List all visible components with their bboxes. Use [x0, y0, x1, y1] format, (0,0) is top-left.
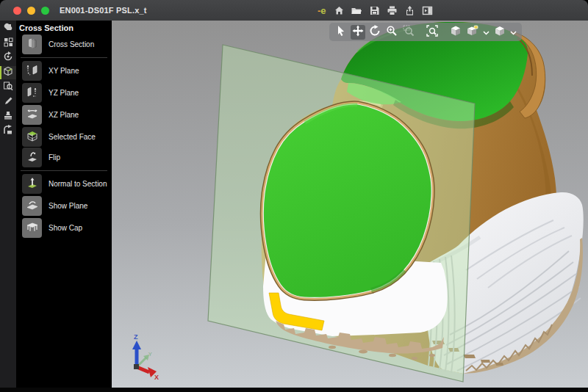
sidebar: Cross Section Cross Section XY Plane YZ …	[0, 21, 112, 388]
appearances-button[interactable]	[465, 25, 480, 40]
close-button[interactable]	[13, 7, 21, 15]
y-axis-label: Y	[148, 352, 152, 357]
panel-header: Cross Section	[19, 23, 74, 32]
appearances-cube-icon	[467, 25, 478, 40]
rotate-icon	[369, 25, 381, 40]
components-icon	[3, 22, 13, 35]
print-button[interactable]	[386, 4, 398, 17]
home-button[interactable]	[333, 4, 345, 17]
export-arrow-icon	[3, 125, 13, 138]
measure-tab[interactable]	[0, 81, 16, 94]
floppy-icon	[369, 5, 380, 16]
panel-item-normal-to-section[interactable]: Normal to Section	[22, 173, 110, 194]
chevron-down-icon	[510, 26, 517, 39]
zoom-fit-button[interactable]	[425, 25, 440, 40]
markup-tab[interactable]	[0, 95, 16, 109]
pan-icon	[352, 25, 364, 40]
rotate-arrows-icon	[3, 51, 13, 65]
viewport-toolbar	[329, 23, 522, 41]
zoom-window-tool-button[interactable]	[401, 25, 416, 40]
display-style-dropdown[interactable]	[509, 25, 517, 40]
traffic-lights	[13, 7, 49, 15]
normal-to-section-icon	[22, 174, 42, 194]
panel-divider	[21, 170, 107, 171]
window-title: EN001-DS01F PSL.x_t	[60, 6, 147, 15]
printer-icon	[387, 5, 398, 16]
appearances-dropdown[interactable]	[482, 25, 490, 40]
show-plane-icon	[22, 196, 42, 216]
flip-icon	[22, 148, 42, 167]
panel-item-cross-section[interactable]: Cross Section	[22, 34, 110, 54]
configurations-icon	[4, 37, 13, 50]
panel-item-show-cap[interactable]: Show Cap	[22, 217, 110, 238]
titlebar: EN001-DS01F PSL.x_t -e	[0, 0, 588, 21]
xy-plane-icon	[22, 61, 42, 81]
save-button[interactable]	[368, 4, 381, 17]
open-button[interactable]	[351, 4, 363, 17]
model-scene: Z Y X	[112, 21, 588, 388]
move-tab[interactable]	[0, 51, 16, 65]
edrawings-logo-icon: -e	[318, 5, 326, 16]
x-axis-label: X	[154, 374, 159, 381]
zoom-icon	[386, 25, 398, 40]
app-window: EN001-DS01F PSL.x_t -e Cross Section	[0, 0, 588, 392]
viewport[interactable]: Z Y X	[112, 21, 588, 388]
zoom-window-icon	[403, 25, 415, 40]
share-icon	[404, 5, 415, 16]
panel-divider	[21, 57, 107, 58]
chevron-down-icon	[483, 26, 490, 39]
minimize-button[interactable]	[27, 7, 35, 15]
pen-icon	[4, 95, 13, 109]
panel-item-selected-face[interactable]: Selected Face	[22, 126, 110, 147]
views-tab[interactable]	[0, 125, 16, 138]
panel-item-show-plane[interactable]: Show Plane	[22, 195, 110, 216]
panel-toggle-button[interactable]	[421, 4, 434, 17]
window-bottom-edge	[0, 388, 588, 392]
shaded-cube-icon	[450, 25, 462, 40]
stamps-tab[interactable]	[0, 110, 16, 123]
zoom-fit-icon	[426, 25, 438, 40]
measure-icon	[3, 81, 13, 94]
zoom-window-button[interactable]	[41, 7, 49, 15]
stamp-icon	[3, 110, 13, 123]
cross-section-tab[interactable]	[0, 66, 16, 79]
selected-face-icon	[22, 127, 42, 147]
axis-origin	[134, 364, 139, 369]
panel-item-xy-plane[interactable]: XY Plane	[22, 60, 110, 81]
select-tool-button[interactable]	[334, 25, 348, 40]
panel-item-xz-plane[interactable]: XZ Plane	[22, 104, 110, 125]
home-icon	[334, 5, 345, 16]
section-cut-face[interactable]	[263, 104, 448, 360]
folder-icon	[351, 5, 362, 16]
display-style-cube-icon	[494, 25, 506, 40]
components-tab[interactable]	[0, 22, 16, 35]
display-style-button[interactable]	[492, 25, 507, 40]
tool-strip	[0, 21, 16, 388]
z-axis-label: Z	[134, 333, 138, 341]
cross-section-item-icon	[22, 35, 42, 54]
section-icon	[3, 66, 13, 79]
share-button[interactable]	[404, 4, 416, 17]
panel-item-yz-plane[interactable]: YZ Plane	[22, 82, 110, 103]
configurations-tab[interactable]	[0, 37, 16, 50]
zoom-tool-button[interactable]	[384, 25, 399, 40]
shaded-view-button[interactable]	[448, 25, 463, 40]
yz-plane-icon	[22, 83, 42, 103]
side-panel-icon	[422, 5, 433, 16]
pan-tool-button[interactable]	[351, 25, 365, 40]
cursor-icon	[335, 25, 347, 40]
rotate-tool-button[interactable]	[368, 25, 382, 40]
xz-plane-icon	[22, 105, 42, 125]
panel-item-flip[interactable]: Flip	[22, 147, 110, 167]
show-cap-icon	[22, 218, 42, 238]
cross-section-panel: Cross Section Cross Section XY Plane YZ …	[16, 21, 112, 388]
